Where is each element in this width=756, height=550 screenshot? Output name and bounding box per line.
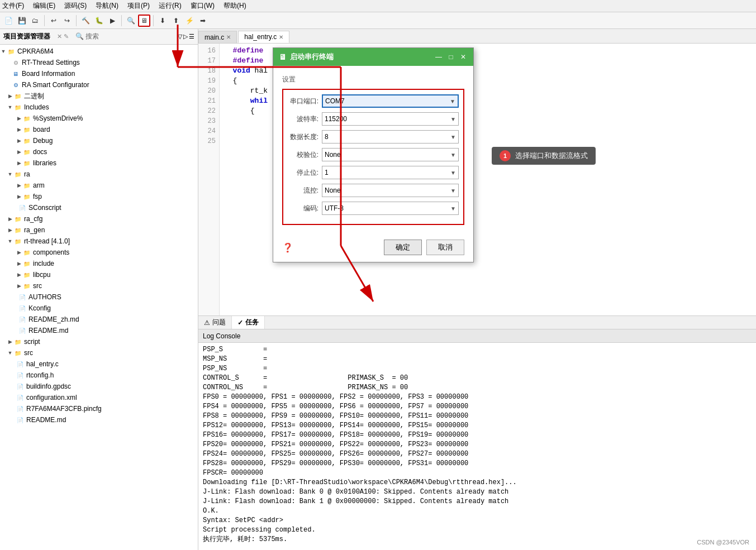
tasks-label: 任务 <box>245 318 259 327</box>
toolbar-flash-btn[interactable]: ⚡ <box>183 15 196 27</box>
tree-item-include[interactable]: ▶ 📁 include <box>0 258 198 269</box>
tree-item-fsp[interactable]: ▶ 📁 fsp <box>0 191 198 202</box>
tree-item-src-root[interactable]: ▼ 📁 src <box>0 347 198 358</box>
tree-item-buildinfo[interactable]: 📄 buildinfo.gpdsc <box>0 381 198 392</box>
tree-item-rt-thread[interactable]: ▼ 📁 rt-thread [4.1.0] <box>0 236 198 247</box>
menu-help[interactable]: 帮助(H) <box>224 1 246 11</box>
tree-item-script[interactable]: ▶ 📁 script <box>0 336 198 347</box>
tree-item-root[interactable]: ▼ 📁 CPKRA6M4 <box>0 46 198 57</box>
toolbar-build-btn[interactable]: 🔨 <box>79 15 92 27</box>
sidebar-collapse-btn[interactable]: ▽ <box>178 33 182 40</box>
form-select-port-value: COM7 <box>325 97 345 105</box>
console-line-psp-ns: PSP_NS = <box>203 364 752 374</box>
sidebar-icon: ✕ ✎ <box>57 33 69 40</box>
toolbar-arrow-btn[interactable]: ➡ <box>197 15 209 27</box>
tree-item-libcpu[interactable]: ▶ 📁 libcpu <box>0 269 198 280</box>
form-row-port: 串口端口: COM7 ▼ <box>288 94 459 108</box>
toolbar-disconnect-btn[interactable]: ⬆ <box>170 15 182 27</box>
tree-item-ra-smart-configurator[interactable]: ⚙ RA Smart Configurator <box>0 79 198 90</box>
form-select-data-length-value: 8 <box>325 133 329 141</box>
tree-item-readme-rtthread[interactable]: 📄 README.md <box>0 325 198 336</box>
form-select-flow[interactable]: None ▼ <box>322 184 459 197</box>
tree-item-debug[interactable]: ▶ 📁 Debug <box>0 135 198 146</box>
dialog-minimize-btn[interactable]: — <box>434 52 443 61</box>
tree-item-ra[interactable]: ▼ 📁 ra <box>0 169 198 180</box>
menu-run[interactable]: 运行(R) <box>159 1 182 11</box>
toolbar-new-btn[interactable]: 📄 <box>2 15 15 27</box>
tree-item-rtconfig[interactable]: 📄 rtconfig.h <box>0 370 198 381</box>
tree-item-board[interactable]: ▶ 📁 board <box>0 124 198 135</box>
confirm-button[interactable]: 确定 <box>384 240 422 255</box>
tree-item-kconfig[interactable]: 📄 Kconfig <box>0 303 198 314</box>
toolbar-sep4 <box>153 15 154 26</box>
console-line-control-s: CONTROL_S = PRIMASK_S = 00 <box>203 374 752 383</box>
form-select-stop-bits[interactable]: 1 ▼ <box>322 166 459 179</box>
form-select-data-length[interactable]: 8 ▼ <box>322 130 459 144</box>
sidebar-search[interactable]: 🔍 搜索 <box>75 32 99 41</box>
dialog-section-label: 设置 <box>282 75 464 84</box>
menu-project[interactable]: 项目(P) <box>127 1 150 11</box>
tab-problems[interactable]: ⚠ 问题 <box>198 316 232 329</box>
sidebar-menu-btn[interactable]: ☰ <box>189 33 194 40</box>
tree-item-ra-cfg[interactable]: ▶ 📁 ra_cfg <box>0 213 198 224</box>
toolbar-redo-btn[interactable]: ↪ <box>61 15 73 27</box>
menu-window[interactable]: 窗口(W) <box>191 1 215 11</box>
toolbar-search-btn[interactable]: 🔍 <box>125 15 137 27</box>
tree-item-systemdrive[interactable]: ▶ 📁 %SystemDrive% <box>0 113 198 124</box>
form-select-flow-value: None <box>325 186 341 194</box>
sidebar-expand-btn[interactable]: ▷ <box>183 33 188 40</box>
console-line-fps28: FPS28= 00000000, FPS29= 00000000, FPS30=… <box>203 459 752 468</box>
tree-item-components[interactable]: ▶ 📁 components <box>0 247 198 258</box>
toolbar-terminal-btn[interactable]: 🖥 <box>138 15 150 27</box>
tree-item-libraries[interactable]: ▶ 📁 libraries <box>0 157 198 169</box>
form-select-port[interactable]: COM7 ▼ <box>322 94 459 108</box>
menu-edit[interactable]: 编辑(E) <box>33 1 55 11</box>
tree-item-pincfg[interactable]: 📄 R7FA6M4AF3CFB.pincfg <box>0 403 198 414</box>
dialog-close-btn[interactable]: ✕ <box>459 52 468 61</box>
cancel-button[interactable]: 取消 <box>426 240 464 255</box>
tab-hal-entry-c[interactable]: hal_entry.c ✕ <box>238 31 289 43</box>
sidebar-toolbar: ▽ ▷ ☰ <box>178 33 194 40</box>
tab-hal-entry-c-close[interactable]: ✕ <box>279 34 283 40</box>
toolbar-debug-btn[interactable]: 🐛 <box>93 15 105 27</box>
tree-item-includes[interactable]: ▼ 📁 Includes <box>0 102 198 113</box>
tree-item-sconscript[interactable]: 📄 SConscript <box>0 202 198 213</box>
dialog-maximize-btn[interactable]: □ <box>446 52 455 61</box>
toolbar-run-btn[interactable]: ▶ <box>106 15 118 27</box>
tree-item-board-information[interactable]: 🖥 Board Information <box>0 68 198 79</box>
form-select-parity[interactable]: None ▼ <box>322 148 459 161</box>
form-select-baud[interactable]: 115200 ▼ <box>322 112 459 126</box>
menu-navigate[interactable]: 导航(N) <box>96 1 118 11</box>
tree-item-binary[interactable]: ▶ 📁 二进制 <box>0 90 198 102</box>
menu-bar: 文件(F) 编辑(E) 源码(S) 导航(N) 项目(P) 运行(R) 窗口(W… <box>0 0 756 12</box>
toolbar-undo-btn[interactable]: ↩ <box>47 15 60 27</box>
line-numbers: 1617181920 2122232425 <box>198 44 220 315</box>
console-header: Log Console <box>198 329 756 343</box>
menu-source[interactable]: 源码(S) <box>64 1 87 11</box>
form-row-stop-bits: 停止位: 1 ▼ <box>288 166 459 179</box>
toolbar-connect-btn[interactable]: ⬇ <box>156 15 169 27</box>
console-area[interactable]: PSP_S = MSP_NS = PSP_NS = CONTROL_S = PR… <box>198 343 756 550</box>
toolbar-saveall-btn[interactable]: 🗂 <box>29 15 41 27</box>
tree-item-src-rtthread[interactable]: ▶ 📁 src <box>0 280 198 291</box>
form-select-encoding[interactable]: UTF-8 ▼ <box>322 202 459 215</box>
tree-item-readme-zh[interactable]: 📄 README_zh.md <box>0 314 198 325</box>
tree-item-hal-entry[interactable]: 📄 hal_entry.c <box>0 358 198 370</box>
tab-main-c-close[interactable]: ✕ <box>226 34 231 40</box>
tree-item-configuration[interactable]: 📄 configuration.xml <box>0 392 198 403</box>
toolbar-save-btn[interactable]: 💾 <box>16 15 28 27</box>
console-line-downloading: Downloading file [D:\RT-ThreadStudio\wor… <box>203 478 752 487</box>
dialog-help-icon[interactable]: ❓ <box>282 242 293 253</box>
form-label-parity: 校验位: <box>288 150 318 160</box>
tree-item-docs[interactable]: ▶ 📁 docs <box>0 146 198 157</box>
tab-tasks[interactable]: ✓ 任务 <box>232 316 265 329</box>
console-line-syntax: Syntax: SetPC <addr> <box>203 516 752 525</box>
tree-item-authors[interactable]: 📄 AUTHORS <box>0 291 198 303</box>
tree-item-ra-gen[interactable]: ▶ 📁 ra_gen <box>0 224 198 236</box>
tree-item-readme-src[interactable]: 📄 README.md <box>0 414 198 425</box>
tab-hal-entry-c-label: hal_entry.c <box>244 33 277 41</box>
menu-file[interactable]: 文件(F) <box>2 1 24 11</box>
tab-main-c[interactable]: main.c ✕ <box>198 31 237 43</box>
tree-item-rt-thread-settings[interactable]: ⚙ RT-Thread Settings <box>0 57 198 68</box>
tree-item-arm[interactable]: ▶ 📁 arm <box>0 180 198 191</box>
